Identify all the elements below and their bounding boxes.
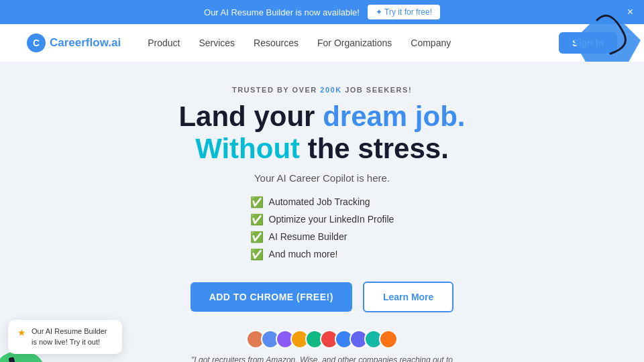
nav-links: Product Services Resources For Organizat… (148, 38, 559, 48)
logo-name: Careerflow.ai (50, 36, 121, 50)
social-proof-avatars (246, 330, 398, 349)
feature-label-4: And much more! (269, 249, 338, 259)
toast-notification: ★ Our AI Resume Builder is now live! Try… (8, 320, 122, 354)
toast-star-icon: ★ (17, 326, 26, 340)
nav-organizations[interactable]: For Organizations (317, 38, 392, 48)
nav-company[interactable]: Company (411, 38, 451, 48)
feature-item-4: ✅ And much more! (250, 248, 394, 261)
trusted-suffix: JOB SEEKERS! (342, 86, 412, 94)
hero-heading: Land your dream job. Without the stress. (178, 101, 465, 166)
hero-section: TRUSTED BY OVER 200K JOB SEEKERS! Land y… (0, 62, 644, 362)
feature-item-2: ✅ Optimize your LinkedIn Profile (250, 213, 394, 226)
check-icon-2: ✅ (250, 213, 264, 226)
feature-label-2: Optimize your LinkedIn Profile (269, 214, 394, 225)
hero-subtext: Your AI Career Copilot is here. (254, 172, 390, 184)
logo-icon: C (27, 34, 46, 52)
cta-row: ADD TO CHROME (FREE!) Learn More (191, 282, 454, 312)
announcement-banner: Our AI Resume Builder is now available! … (0, 0, 644, 24)
logo[interactable]: C Careerflow.ai (27, 34, 121, 52)
check-icon-4: ✅ (250, 248, 264, 261)
hero-line1-highlight: dream job. (323, 101, 465, 132)
toast-text: Our AI Resume Builder is now live! Try i… (32, 326, 113, 347)
trusted-text: TRUSTED BY OVER (232, 86, 320, 94)
check-icon-1: ✅ (250, 196, 264, 208)
feature-label-1: Automated Job Tracking (269, 196, 370, 207)
check-icon-3: ✅ (250, 231, 264, 243)
banner-cta-button[interactable]: ✦ Try it for free! (368, 5, 440, 19)
feature-item-1: ✅ Automated Job Tracking (250, 196, 394, 208)
learn-more-button[interactable]: Learn More (363, 282, 453, 312)
feature-item-3: ✅ AI Resume Builder (250, 231, 394, 243)
nav-resources[interactable]: Resources (254, 38, 299, 48)
logo-letter: C (33, 38, 40, 48)
trusted-badge: TRUSTED BY OVER 200K JOB SEEKERS! (232, 86, 412, 94)
logo-name-suffix: .ai (108, 36, 121, 49)
hero-line1: Land your dream job. (178, 101, 465, 133)
hero-line1-prefix: Land your (178, 101, 323, 132)
navbar: C Careerflow.ai Product Services Resourc… (0, 24, 644, 62)
features-list: ✅ Automated Job Tracking ✅ Optimize your… (250, 196, 394, 265)
banner-cta-label: ✦ Try it for free! (376, 7, 432, 17)
add-to-chrome-button[interactable]: ADD TO CHROME (FREE!) (191, 282, 352, 312)
avatar-9 (379, 330, 398, 349)
banner-text: Our AI Resume Builder is now available! (204, 7, 360, 17)
hero-line2-suffix: the stress. (300, 133, 449, 164)
trusted-count: 200K (320, 86, 341, 94)
hero-line2-highlight: Without (195, 133, 300, 164)
feature-label-3: AI Resume Builder (269, 231, 347, 242)
nav-product[interactable]: Product (148, 38, 180, 48)
hero-line2: Without the stress. (178, 133, 465, 165)
logo-name-prefix: Careerflow (50, 36, 108, 49)
testimonial-text: "I got recruiters from Amazon, Wise, and… (188, 355, 456, 362)
nav-services[interactable]: Services (199, 38, 235, 48)
